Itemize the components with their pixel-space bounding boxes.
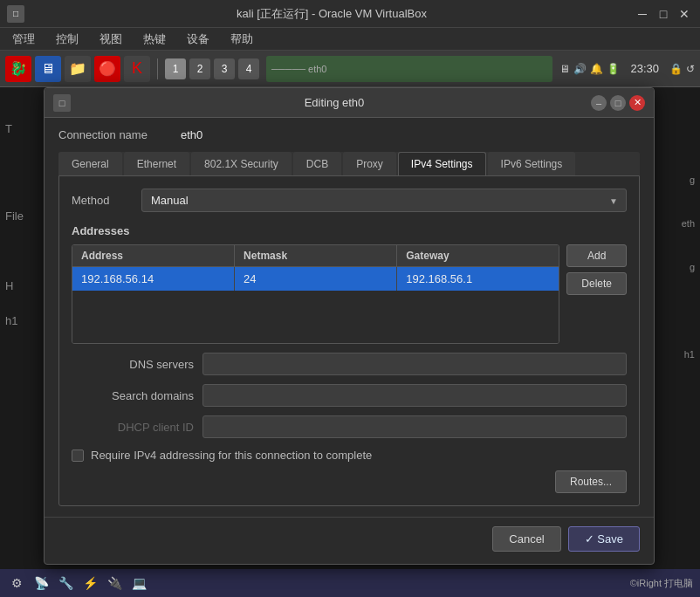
sidebar-label-h1: h1: [684, 349, 695, 360]
vm-icon-folder[interactable]: 📁: [65, 56, 91, 82]
vm-icon-dragon[interactable]: 🐉: [5, 56, 31, 82]
cell-gateway: 192.168.56.1: [397, 267, 559, 291]
add-button[interactable]: Add: [566, 244, 627, 267]
table-header: Address Netmask Gateway: [72, 245, 559, 267]
app-icon: □: [7, 5, 24, 23]
search-domains-input[interactable]: [202, 384, 627, 407]
method-select[interactable]: Manual: [141, 189, 627, 212]
sidebar-item-file: File: [5, 209, 24, 223]
tabs-container: General Ethernet 802.1X Security DCB Pro…: [58, 152, 640, 175]
tab-ipv6[interactable]: IPv6 Settings: [488, 152, 576, 175]
vm-tab-1[interactable]: 1: [165, 58, 186, 79]
connection-name-row: Connection name eth0: [58, 128, 640, 141]
method-select-wrapper: Manual ▼: [141, 189, 627, 212]
vm-tab-3[interactable]: 3: [214, 58, 235, 79]
dialog-minimize[interactable]: –: [591, 95, 607, 111]
menu-help[interactable]: 帮助: [225, 30, 258, 49]
bottom-icon-3: 🔧: [56, 573, 75, 593]
search-domains-row: Search domains: [72, 384, 627, 407]
search-domains-label: Search domains: [72, 389, 194, 402]
window-controls: ─ □ ✕: [634, 5, 693, 23]
vm-icon-fire[interactable]: 🔴: [94, 56, 120, 82]
close-button[interactable]: ✕: [676, 5, 693, 23]
dialog-maximize[interactable]: □: [610, 95, 626, 111]
toolbar-separator: [157, 58, 158, 79]
vm-tab-2[interactable]: 2: [189, 58, 210, 79]
ipv4-checkbox[interactable]: [72, 449, 84, 462]
addresses-title: Addresses: [72, 224, 627, 237]
method-label: Method: [72, 194, 133, 207]
table-buttons: Add Delete: [566, 244, 627, 344]
menu-hotkey[interactable]: 热键: [138, 30, 171, 49]
tab-dcb[interactable]: DCB: [293, 152, 341, 175]
bottom-icon-4: ⚡: [80, 573, 100, 593]
vm-tab-4[interactable]: 4: [238, 58, 259, 79]
col-gateway: Gateway: [397, 245, 559, 266]
tab-ethernet[interactable]: Ethernet: [124, 152, 189, 175]
tab-content: Method Manual ▼ Addresses Address Netmas…: [58, 175, 640, 506]
bottom-icon-2: 📡: [31, 573, 51, 593]
dialog-controls: – □ ✕: [591, 95, 645, 111]
checkbox-label: Require IPv4 addressing for this connect…: [91, 449, 372, 462]
editing-dialog: □ Editing eth0 – □ ✕ Connection name eth…: [44, 87, 655, 565]
sidebar-label-g1: g: [690, 175, 695, 185]
routes-row: Routes...: [72, 470, 627, 493]
menu-manage[interactable]: 管理: [7, 30, 40, 49]
minimize-button[interactable]: ─: [634, 5, 651, 23]
sidebar-label-eth: eth: [682, 218, 695, 229]
menu-view[interactable]: 视图: [94, 30, 127, 49]
dns-label: DNS servers: [72, 358, 194, 371]
monitor-icon: 🖥: [559, 63, 570, 75]
cell-netmask: 24: [235, 267, 397, 291]
sidebar-item-t: T: [5, 122, 12, 135]
sidebar-item-h: H: [5, 279, 13, 292]
dialog-body: Connection name eth0 General Ethernet 80…: [45, 118, 654, 517]
vm-taskbar-area: ───── eth0: [266, 56, 552, 82]
maximize-button[interactable]: □: [655, 5, 672, 23]
tab-security[interactable]: 802.1X Security: [191, 152, 292, 175]
save-button[interactable]: ✓ Save: [568, 526, 640, 552]
dns-input[interactable]: [202, 353, 627, 375]
tab-proxy[interactable]: Proxy: [343, 152, 396, 175]
connection-name-label: Connection name: [58, 128, 172, 141]
lock-icons: 🔒 ↺: [669, 63, 695, 75]
col-netmask: Netmask: [235, 245, 397, 266]
dialog-footer: Cancel ✓ Save: [45, 517, 654, 564]
vm-toolbar: 🐉 🖥 📁 🔴 K 1 2 3 4 ───── eth0 🖥 🔊 🔔 🔋 23:…: [0, 51, 700, 87]
dialog-titlebar: □ Editing eth0 – □ ✕: [45, 88, 654, 118]
window-title: kali [正在运行] - Oracle VM VirtualBox: [30, 6, 634, 22]
dhcp-row: DHCP client ID: [72, 415, 627, 438]
bottom-bar: ⚙ 📡 🔧 ⚡ 🔌 💻 ©iRight 打电脑: [0, 569, 700, 597]
menu-device[interactable]: 设备: [182, 30, 215, 49]
titlebar: □ kali [正在运行] - Oracle VM VirtualBox ─ □…: [0, 0, 700, 28]
address-table-wrapper: Address Netmask Gateway 192.168.56.14 24…: [72, 244, 627, 344]
vm-icon-screen[interactable]: 🖥: [35, 56, 61, 82]
address-table: Address Netmask Gateway 192.168.56.14 24…: [72, 244, 559, 344]
cell-address: 192.168.56.14: [72, 267, 235, 291]
table-row[interactable]: 192.168.56.14 24 192.168.56.1: [72, 267, 559, 291]
cancel-button[interactable]: Cancel: [492, 526, 560, 552]
bottom-icon-5: 🔌: [105, 573, 124, 593]
sidebar-item-h1: h1: [5, 314, 17, 327]
dhcp-input[interactable]: [202, 415, 627, 438]
dialog-close[interactable]: ✕: [629, 95, 645, 111]
dialog-icon: □: [53, 94, 71, 112]
tab-ipv4[interactable]: IPv4 Settings: [398, 152, 486, 175]
bottom-icon-1: ⚙: [7, 573, 26, 593]
bottom-right-text: ©iRight 打电脑: [630, 577, 693, 590]
vm-icon-kali[interactable]: K: [124, 56, 150, 82]
menubar: 管理 控制 视图 热键 设备 帮助: [0, 28, 700, 51]
dhcp-label: DHCP client ID: [72, 421, 194, 434]
menu-control[interactable]: 控制: [51, 30, 84, 49]
bottom-icon-6: 💻: [129, 573, 148, 593]
checkbox-row: Require IPv4 addressing for this connect…: [72, 449, 627, 462]
connection-name-value[interactable]: eth0: [181, 128, 202, 141]
tab-general[interactable]: General: [58, 152, 122, 175]
bell-icon: 🔔: [590, 63, 603, 75]
col-address: Address: [72, 245, 235, 266]
method-row: Method Manual ▼: [72, 189, 627, 212]
delete-button[interactable]: Delete: [566, 272, 627, 295]
battery-icon: 🔋: [607, 63, 620, 75]
speaker-icon: 🔊: [573, 63, 587, 75]
routes-button[interactable]: Routes...: [555, 470, 627, 493]
